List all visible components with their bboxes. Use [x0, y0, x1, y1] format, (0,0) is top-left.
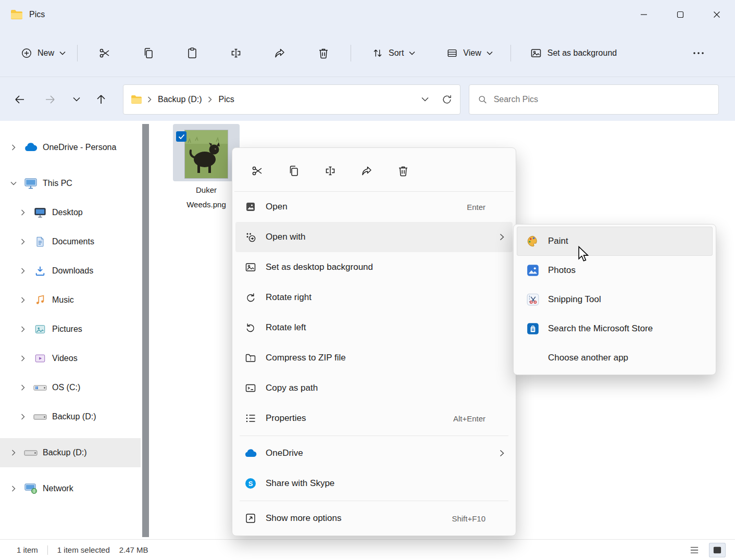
toolbar-divider [351, 45, 351, 61]
more-options-button[interactable] [687, 42, 710, 65]
search-input[interactable] [494, 95, 710, 104]
sort-button[interactable]: Sort [366, 42, 421, 64]
breadcrumb-chevron[interactable] [208, 96, 212, 103]
toolbar-divider [510, 45, 511, 61]
title-bar: Pics [0, 0, 735, 29]
menu-item-shortcut: Alt+Enter [453, 414, 485, 423]
maximize-button[interactable] [662, 0, 699, 29]
menu-item-label: Copy as path [266, 383, 504, 393]
menu-item-show-more-options[interactable]: Show more options Shift+F10 [235, 503, 513, 533]
sidebar-item-music[interactable]: Music [0, 285, 141, 315]
sidebar-item-backup-d[interactable]: Backup (D:) [0, 402, 141, 431]
sidebar-item-this-pc[interactable]: This PC [0, 169, 141, 198]
cut-button[interactable] [93, 42, 116, 65]
copy-path-icon [244, 382, 257, 394]
menu-item-label: Properties [266, 413, 445, 424]
chevron-right-icon[interactable] [18, 297, 28, 303]
menu-item-label: Set as desktop background [266, 262, 504, 272]
address-bar[interactable]: Backup (D:) Pics [123, 84, 460, 115]
view-toggle-group [686, 543, 726, 557]
submenu-item-photos[interactable]: Photos [517, 256, 713, 285]
search-icon [478, 94, 488, 105]
toolbar-divider [77, 45, 78, 61]
context-copy-button[interactable] [282, 159, 305, 182]
share-button[interactable] [268, 42, 291, 65]
menu-item-share-with-skype[interactable]: S Share with Skype [235, 468, 513, 499]
breadcrumb-segment-pics[interactable]: Pics [217, 93, 235, 106]
sidebar-item-os-c[interactable]: OS (C:) [0, 373, 141, 402]
downloads-icon [32, 265, 48, 277]
breadcrumb-chevron[interactable] [147, 96, 152, 103]
context-share-button[interactable] [355, 159, 378, 182]
search-box[interactable] [469, 84, 719, 115]
menu-item-properties[interactable]: Properties Alt+Enter [235, 403, 513, 433]
chevron-right-icon[interactable] [8, 450, 19, 456]
context-cut-button[interactable] [246, 159, 269, 182]
chevron-right-icon[interactable] [8, 144, 19, 151]
sidebar-item-desktop[interactable]: Desktop [0, 198, 141, 227]
new-button[interactable]: New [15, 42, 72, 64]
chevron-right-icon[interactable] [18, 326, 28, 332]
context-rename-button[interactable] [319, 159, 342, 182]
paste-button[interactable] [181, 42, 204, 65]
menu-item-open-with[interactable]: Open with [235, 222, 513, 252]
menu-item-onedrive[interactable]: OneDrive [235, 438, 513, 468]
menu-item-rotate-right[interactable]: Rotate right [235, 282, 513, 313]
open-with-submenu: Paint Photos Snipping Tool Search the Mi… [513, 224, 716, 375]
details-view-button[interactable] [686, 543, 703, 557]
address-dropdown-button[interactable] [421, 97, 429, 102]
breadcrumb-segment-backup-d[interactable]: Backup (D:) [157, 93, 203, 106]
details-view-icon [690, 546, 699, 554]
menu-item-set-as-desktop-background[interactable]: Set as desktop background [235, 252, 513, 282]
chevron-right-icon[interactable] [18, 355, 28, 362]
sidebar-item-onedrive[interactable]: OneDrive - Persona [0, 133, 141, 162]
chevron-right-icon[interactable] [18, 239, 28, 245]
sidebar-item-documents[interactable]: Documents [0, 227, 141, 256]
recent-locations-button[interactable] [69, 88, 84, 111]
scrollbar-thumb[interactable] [142, 124, 149, 537]
snipping-tool-icon [526, 293, 540, 306]
chevron-down-icon[interactable] [8, 181, 19, 185]
close-button[interactable] [699, 0, 735, 29]
menu-item-copy-as-path[interactable]: Copy as path [235, 373, 513, 403]
menu-item-compress-to-zip[interactable]: Compress to ZIP file [235, 343, 513, 373]
menu-item-rotate-left[interactable]: Rotate left [235, 313, 513, 343]
forward-button[interactable] [39, 88, 61, 111]
set-background-icon [530, 47, 542, 59]
submenu-item-search-microsoft-store[interactable]: Search the Microsoft Store [517, 314, 713, 343]
view-button-label: View [463, 48, 481, 58]
up-button[interactable] [90, 88, 113, 111]
menu-item-open[interactable]: Open Enter [235, 192, 513, 222]
delete-button[interactable] [312, 42, 335, 65]
onedrive-icon [244, 449, 257, 458]
context-delete-button[interactable] [392, 159, 415, 182]
chevron-right-icon[interactable] [18, 268, 28, 274]
chevron-right-icon[interactable] [18, 384, 28, 391]
file-selected-checkbox[interactable] [176, 131, 186, 142]
back-button[interactable] [8, 88, 31, 111]
set-as-background-button[interactable]: Set as background [524, 42, 623, 65]
submenu-item-paint[interactable]: Paint [517, 227, 713, 256]
view-button[interactable]: View [440, 42, 499, 64]
menu-item-shortcut: Shift+F10 [452, 514, 485, 523]
file-item-duker-weeds[interactable]: Duker Weeds.png [173, 124, 240, 212]
videos-icon [32, 353, 48, 364]
sidebar-item-network[interactable]: Network [0, 474, 141, 503]
rename-button[interactable] [225, 42, 247, 65]
chevron-right-icon[interactable] [18, 414, 28, 420]
sidebar-item-pictures[interactable]: Pictures [0, 315, 141, 344]
sidebar-item-videos[interactable]: Videos [0, 344, 141, 373]
selected-size-label: 2.47 MB [119, 545, 148, 554]
sidebar-item-downloads[interactable]: Downloads [0, 256, 141, 285]
minimize-button[interactable] [626, 0, 662, 29]
chevron-right-icon[interactable] [8, 486, 19, 492]
copy-button[interactable] [137, 42, 160, 65]
submenu-item-snipping-tool[interactable]: Snipping Tool [517, 285, 713, 314]
refresh-button[interactable] [441, 94, 453, 105]
submenu-item-choose-another-app[interactable]: Choose another app [517, 343, 713, 372]
sidebar-item-label: Downloads [52, 266, 93, 276]
large-icons-view-button[interactable] [709, 543, 726, 557]
sidebar-item-backup-d-selected[interactable]: Backup (D:) [0, 438, 141, 467]
menu-item-label: Rotate right [266, 292, 504, 303]
chevron-right-icon[interactable] [18, 209, 28, 216]
